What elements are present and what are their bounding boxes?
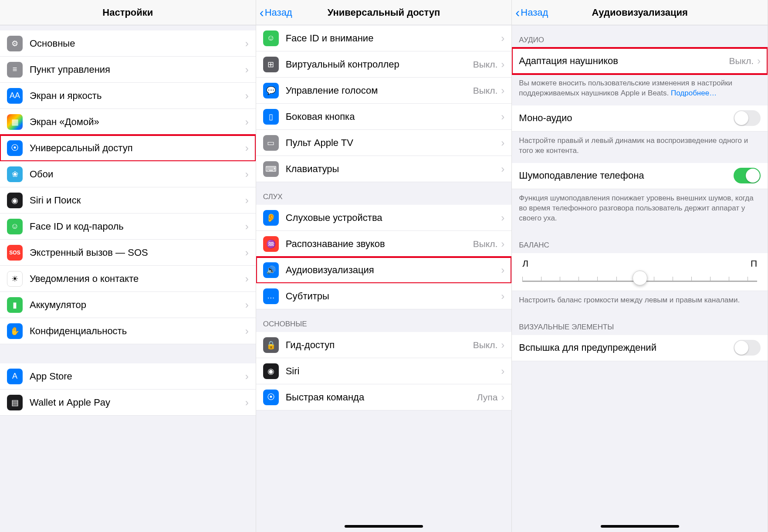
sliders-icon: ≡ (7, 62, 23, 78)
chevron-right-icon: › (501, 391, 504, 403)
chevron-right-icon: › (245, 37, 249, 50)
settings-row[interactable]: ⦿Универсальный доступ› (0, 135, 256, 161)
chevron-right-icon: › (501, 290, 504, 302)
settings-row[interactable]: ⚙Основные› (0, 30, 256, 57)
row-label: Гид-доступ (286, 339, 473, 351)
appstore-icon: A (7, 369, 23, 384)
row-value: Выкл. (473, 59, 498, 70)
balance-slider-row: Л П (512, 253, 768, 291)
accessibility-icon: ⦿ (263, 390, 279, 405)
settings-row[interactable]: ❀Обои› (0, 161, 256, 187)
row-label: Обои (30, 169, 245, 180)
chevron-right-icon: › (245, 299, 249, 311)
slider-thumb[interactable] (633, 271, 647, 285)
settings-row[interactable]: 🔒Гид-доступВыкл.› (256, 332, 512, 358)
settings-row[interactable]: ◉Siri› (256, 358, 512, 384)
settings-row[interactable]: ▤Wallet и Apple Pay› (0, 390, 256, 416)
settings-row[interactable]: ≡Пункт управления› (0, 57, 256, 83)
row-value: Выкл. (473, 239, 498, 249)
led-flash-switch[interactable] (734, 340, 761, 356)
section-header-audio: АУДИО (512, 25, 768, 48)
section-footer: Функция шумоподавления понижает уровень … (512, 189, 768, 230)
gear-icon: ⚙ (7, 36, 23, 51)
chevron-right-icon: › (501, 212, 504, 224)
chevron-right-icon: › (501, 339, 504, 351)
headphone-accommodations-row[interactable]: Адаптация наушников Выкл. › (512, 48, 768, 74)
row-label: Моно-аудио (519, 112, 734, 124)
settings-row[interactable]: AApp Store› (0, 363, 256, 390)
settings-row[interactable]: ⌨Клавиатуры› (256, 156, 512, 182)
settings-row[interactable]: ▮Аккумулятор› (0, 292, 256, 318)
chevron-right-icon: › (501, 163, 504, 175)
row-label: Основные (30, 38, 245, 49)
learn-more-link[interactable]: Подробнее… (671, 89, 717, 97)
back-button[interactable]: ‹ Назад (515, 6, 548, 19)
faceid-icon: ☺ (7, 219, 23, 234)
audio-visual-icon: 🔊 (263, 262, 279, 278)
remote-icon: ▭ (263, 135, 279, 151)
settings-row[interactable]: 👂Слуховые устройства› (256, 205, 512, 231)
settings-row[interactable]: ⦿Быстрая командаЛупа› (256, 384, 512, 410)
chevron-right-icon: › (501, 238, 504, 250)
chevron-right-icon: › (501, 137, 504, 149)
settings-row[interactable]: 💬Управление голосомВыкл.› (256, 78, 512, 104)
chevron-right-icon: › (245, 247, 249, 259)
row-label: Быстрая команда (286, 392, 477, 403)
chevron-right-icon: › (501, 264, 504, 276)
home-grid-icon: ▦ (7, 114, 23, 130)
chevron-right-icon: › (245, 168, 249, 180)
row-label: Уведомления о контакте (30, 273, 245, 285)
settings-row[interactable]: ▭Пульт Apple TV› (256, 130, 512, 156)
faceid-icon: ☺ (263, 30, 279, 46)
settings-row[interactable]: ▯Боковая кнопка› (256, 104, 512, 130)
home-indicator[interactable] (601, 525, 679, 528)
subtitles-icon: … (263, 288, 279, 304)
settings-row[interactable]: ♒Распознавание звуковВыкл.› (256, 231, 512, 257)
noise-cancellation-row[interactable]: Шумоподавление телефона (512, 163, 768, 189)
balance-slider[interactable] (522, 277, 757, 282)
section-footer: Настроить баланс громкости между левым и… (512, 291, 768, 312)
settings-row[interactable]: ☺Face ID и внимание› (256, 25, 512, 51)
settings-row[interactable]: ☀Уведомления о контакте› (0, 266, 256, 292)
chevron-right-icon: › (501, 85, 504, 97)
settings-row[interactable]: ☺Face ID и код-пароль› (0, 213, 256, 240)
row-label: Боковая кнопка (286, 111, 501, 122)
chevron-right-icon: › (501, 58, 504, 71)
settings-row[interactable]: …Субтитры› (256, 283, 512, 309)
grid-icon: ⊞ (263, 57, 279, 72)
chevron-right-icon: › (245, 325, 249, 337)
mono-audio-row[interactable]: Моно-аудио (512, 105, 768, 132)
settings-row[interactable]: 🔊Аудиовизуализация› (256, 257, 512, 283)
navbar: ‹ Назад Универсальный доступ (256, 0, 512, 25)
ear-icon: 👂 (263, 210, 279, 226)
row-label: Siri и Поиск (30, 195, 245, 206)
back-button[interactable]: ‹ Назад (260, 6, 292, 19)
settings-row[interactable]: ▦Экран «Домой»› (0, 109, 256, 135)
sos-icon: SOS (7, 245, 23, 261)
settings-row[interactable]: ⊞Виртуальный контроллерВыкл.› (256, 51, 512, 78)
chevron-right-icon: › (245, 142, 249, 154)
row-value: Выкл. (729, 56, 754, 66)
led-flash-row[interactable]: Вспышка для предупреждений (512, 335, 768, 361)
page-title: Настройки (102, 7, 153, 18)
row-label: Пульт Apple TV (286, 137, 501, 149)
row-label: App Store (30, 371, 245, 382)
back-label: Назад (521, 7, 548, 18)
settings-row[interactable]: ◉Siri и Поиск› (0, 187, 256, 213)
keyboard-icon: ⌨ (263, 161, 279, 177)
chevron-right-icon: › (245, 194, 249, 207)
row-label: Экстренный вызов — SOS (30, 247, 245, 258)
settings-row[interactable]: SOSЭкстренный вызов — SOS› (0, 240, 256, 266)
section-header-balance: БАЛАНС (512, 230, 768, 253)
chevron-right-icon: › (245, 370, 249, 383)
siri-icon: ◉ (7, 193, 23, 208)
row-label: Экран и яркость (30, 90, 245, 102)
settings-row[interactable]: ✋Конфиденциальность› (0, 318, 256, 344)
mono-audio-switch[interactable] (734, 110, 761, 126)
chevron-left-icon: ‹ (515, 6, 520, 19)
noise-cancellation-switch[interactable] (734, 168, 761, 183)
settings-row[interactable]: AAЭкран и яркость› (0, 83, 256, 109)
home-indicator[interactable] (345, 525, 423, 528)
balance-right-label: П (751, 258, 757, 269)
audiovisual-screen: ‹ Назад Аудиовизуализация АУДИО Адаптаци… (512, 0, 768, 532)
